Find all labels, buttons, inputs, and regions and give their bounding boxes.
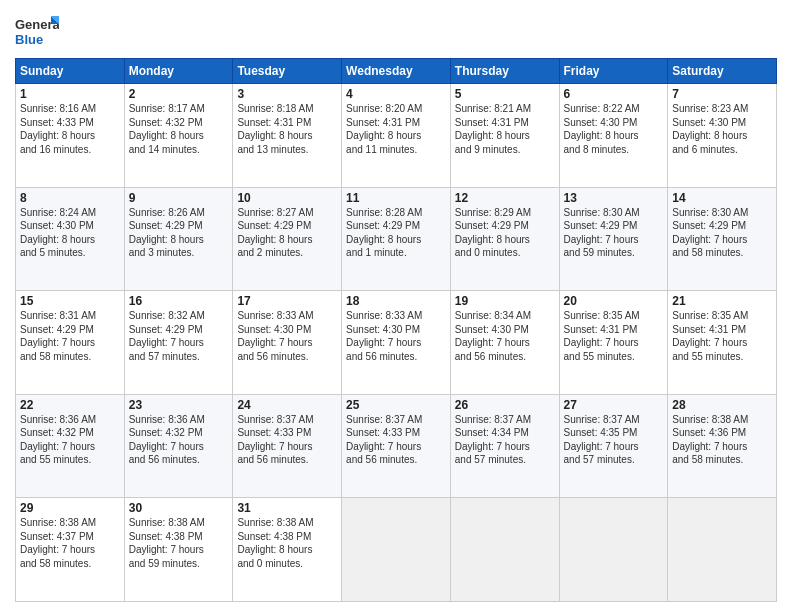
- cell-info: Sunrise: 8:38 AM Sunset: 4:36 PM Dayligh…: [672, 413, 772, 467]
- week-row-3: 15Sunrise: 8:31 AM Sunset: 4:29 PM Dayli…: [16, 291, 777, 395]
- day-number: 7: [672, 87, 772, 101]
- calendar-page: GeneralBlue SundayMondayTuesdayWednesday…: [0, 0, 792, 612]
- cell-info: Sunrise: 8:30 AM Sunset: 4:29 PM Dayligh…: [672, 206, 772, 260]
- header-row: SundayMondayTuesdayWednesdayThursdayFrid…: [16, 59, 777, 84]
- cell-info: Sunrise: 8:35 AM Sunset: 4:31 PM Dayligh…: [564, 309, 664, 363]
- cell-info: Sunrise: 8:26 AM Sunset: 4:29 PM Dayligh…: [129, 206, 229, 260]
- calendar-cell: 10Sunrise: 8:27 AM Sunset: 4:29 PM Dayli…: [233, 187, 342, 291]
- week-row-4: 22Sunrise: 8:36 AM Sunset: 4:32 PM Dayli…: [16, 394, 777, 498]
- logo-svg: GeneralBlue: [15, 14, 59, 50]
- cell-info: Sunrise: 8:23 AM Sunset: 4:30 PM Dayligh…: [672, 102, 772, 156]
- day-number: 31: [237, 501, 337, 515]
- day-number: 23: [129, 398, 229, 412]
- calendar-cell: 5Sunrise: 8:21 AM Sunset: 4:31 PM Daylig…: [450, 84, 559, 188]
- day-number: 30: [129, 501, 229, 515]
- page-header: GeneralBlue: [15, 10, 777, 50]
- calendar-cell: 27Sunrise: 8:37 AM Sunset: 4:35 PM Dayli…: [559, 394, 668, 498]
- cell-info: Sunrise: 8:35 AM Sunset: 4:31 PM Dayligh…: [672, 309, 772, 363]
- day-number: 18: [346, 294, 446, 308]
- cell-info: Sunrise: 8:38 AM Sunset: 4:38 PM Dayligh…: [129, 516, 229, 570]
- calendar-cell: 9Sunrise: 8:26 AM Sunset: 4:29 PM Daylig…: [124, 187, 233, 291]
- day-number: 1: [20, 87, 120, 101]
- calendar-cell: 19Sunrise: 8:34 AM Sunset: 4:30 PM Dayli…: [450, 291, 559, 395]
- day-number: 14: [672, 191, 772, 205]
- cell-info: Sunrise: 8:22 AM Sunset: 4:30 PM Dayligh…: [564, 102, 664, 156]
- calendar-cell: [342, 498, 451, 602]
- calendar-cell: 20Sunrise: 8:35 AM Sunset: 4:31 PM Dayli…: [559, 291, 668, 395]
- cell-info: Sunrise: 8:37 AM Sunset: 4:33 PM Dayligh…: [237, 413, 337, 467]
- calendar-cell: 6Sunrise: 8:22 AM Sunset: 4:30 PM Daylig…: [559, 84, 668, 188]
- calendar-cell: 28Sunrise: 8:38 AM Sunset: 4:36 PM Dayli…: [668, 394, 777, 498]
- day-number: 28: [672, 398, 772, 412]
- calendar-cell: 26Sunrise: 8:37 AM Sunset: 4:34 PM Dayli…: [450, 394, 559, 498]
- day-number: 27: [564, 398, 664, 412]
- calendar-cell: 30Sunrise: 8:38 AM Sunset: 4:38 PM Dayli…: [124, 498, 233, 602]
- header-day-tuesday: Tuesday: [233, 59, 342, 84]
- svg-text:Blue: Blue: [15, 32, 43, 47]
- calendar-cell: 29Sunrise: 8:38 AM Sunset: 4:37 PM Dayli…: [16, 498, 125, 602]
- cell-info: Sunrise: 8:33 AM Sunset: 4:30 PM Dayligh…: [346, 309, 446, 363]
- header-day-sunday: Sunday: [16, 59, 125, 84]
- day-number: 26: [455, 398, 555, 412]
- calendar-cell: 31Sunrise: 8:38 AM Sunset: 4:38 PM Dayli…: [233, 498, 342, 602]
- day-number: 13: [564, 191, 664, 205]
- calendar-cell: 13Sunrise: 8:30 AM Sunset: 4:29 PM Dayli…: [559, 187, 668, 291]
- calendar-cell: 12Sunrise: 8:29 AM Sunset: 4:29 PM Dayli…: [450, 187, 559, 291]
- calendar-cell: 23Sunrise: 8:36 AM Sunset: 4:32 PM Dayli…: [124, 394, 233, 498]
- day-number: 6: [564, 87, 664, 101]
- day-number: 8: [20, 191, 120, 205]
- day-number: 22: [20, 398, 120, 412]
- calendar-cell: 11Sunrise: 8:28 AM Sunset: 4:29 PM Dayli…: [342, 187, 451, 291]
- calendar-cell: 3Sunrise: 8:18 AM Sunset: 4:31 PM Daylig…: [233, 84, 342, 188]
- calendar-cell: 21Sunrise: 8:35 AM Sunset: 4:31 PM Dayli…: [668, 291, 777, 395]
- calendar-cell: 4Sunrise: 8:20 AM Sunset: 4:31 PM Daylig…: [342, 84, 451, 188]
- header-day-monday: Monday: [124, 59, 233, 84]
- calendar-cell: 2Sunrise: 8:17 AM Sunset: 4:32 PM Daylig…: [124, 84, 233, 188]
- week-row-2: 8Sunrise: 8:24 AM Sunset: 4:30 PM Daylig…: [16, 187, 777, 291]
- cell-info: Sunrise: 8:21 AM Sunset: 4:31 PM Dayligh…: [455, 102, 555, 156]
- day-number: 4: [346, 87, 446, 101]
- cell-info: Sunrise: 8:31 AM Sunset: 4:29 PM Dayligh…: [20, 309, 120, 363]
- cell-info: Sunrise: 8:37 AM Sunset: 4:33 PM Dayligh…: [346, 413, 446, 467]
- logo: GeneralBlue: [15, 14, 59, 50]
- cell-info: Sunrise: 8:27 AM Sunset: 4:29 PM Dayligh…: [237, 206, 337, 260]
- header-day-saturday: Saturday: [668, 59, 777, 84]
- header-day-friday: Friday: [559, 59, 668, 84]
- day-number: 10: [237, 191, 337, 205]
- cell-info: Sunrise: 8:37 AM Sunset: 4:35 PM Dayligh…: [564, 413, 664, 467]
- cell-info: Sunrise: 8:20 AM Sunset: 4:31 PM Dayligh…: [346, 102, 446, 156]
- calendar-cell: 15Sunrise: 8:31 AM Sunset: 4:29 PM Dayli…: [16, 291, 125, 395]
- day-number: 16: [129, 294, 229, 308]
- day-number: 9: [129, 191, 229, 205]
- cell-info: Sunrise: 8:36 AM Sunset: 4:32 PM Dayligh…: [20, 413, 120, 467]
- calendar-header: SundayMondayTuesdayWednesdayThursdayFrid…: [16, 59, 777, 84]
- cell-info: Sunrise: 8:28 AM Sunset: 4:29 PM Dayligh…: [346, 206, 446, 260]
- week-row-1: 1Sunrise: 8:16 AM Sunset: 4:33 PM Daylig…: [16, 84, 777, 188]
- cell-info: Sunrise: 8:37 AM Sunset: 4:34 PM Dayligh…: [455, 413, 555, 467]
- day-number: 3: [237, 87, 337, 101]
- calendar-cell: 24Sunrise: 8:37 AM Sunset: 4:33 PM Dayli…: [233, 394, 342, 498]
- cell-info: Sunrise: 8:32 AM Sunset: 4:29 PM Dayligh…: [129, 309, 229, 363]
- calendar-cell: 8Sunrise: 8:24 AM Sunset: 4:30 PM Daylig…: [16, 187, 125, 291]
- calendar-cell: 17Sunrise: 8:33 AM Sunset: 4:30 PM Dayli…: [233, 291, 342, 395]
- calendar-cell: [559, 498, 668, 602]
- cell-info: Sunrise: 8:33 AM Sunset: 4:30 PM Dayligh…: [237, 309, 337, 363]
- calendar-cell: [668, 498, 777, 602]
- calendar-cell: 14Sunrise: 8:30 AM Sunset: 4:29 PM Dayli…: [668, 187, 777, 291]
- cell-info: Sunrise: 8:36 AM Sunset: 4:32 PM Dayligh…: [129, 413, 229, 467]
- cell-info: Sunrise: 8:17 AM Sunset: 4:32 PM Dayligh…: [129, 102, 229, 156]
- cell-info: Sunrise: 8:30 AM Sunset: 4:29 PM Dayligh…: [564, 206, 664, 260]
- calendar-cell: 25Sunrise: 8:37 AM Sunset: 4:33 PM Dayli…: [342, 394, 451, 498]
- day-number: 2: [129, 87, 229, 101]
- header-day-wednesday: Wednesday: [342, 59, 451, 84]
- cell-info: Sunrise: 8:18 AM Sunset: 4:31 PM Dayligh…: [237, 102, 337, 156]
- cell-info: Sunrise: 8:38 AM Sunset: 4:38 PM Dayligh…: [237, 516, 337, 570]
- cell-info: Sunrise: 8:38 AM Sunset: 4:37 PM Dayligh…: [20, 516, 120, 570]
- calendar-cell: 22Sunrise: 8:36 AM Sunset: 4:32 PM Dayli…: [16, 394, 125, 498]
- header-day-thursday: Thursday: [450, 59, 559, 84]
- calendar-cell: 18Sunrise: 8:33 AM Sunset: 4:30 PM Dayli…: [342, 291, 451, 395]
- day-number: 29: [20, 501, 120, 515]
- cell-info: Sunrise: 8:34 AM Sunset: 4:30 PM Dayligh…: [455, 309, 555, 363]
- calendar-cell: 7Sunrise: 8:23 AM Sunset: 4:30 PM Daylig…: [668, 84, 777, 188]
- calendar-cell: [450, 498, 559, 602]
